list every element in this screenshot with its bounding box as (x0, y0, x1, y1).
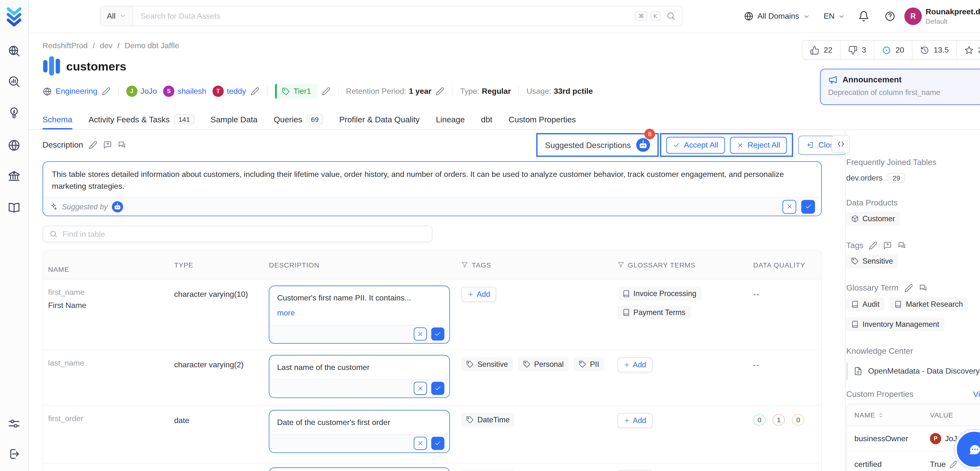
sort-icon[interactable] (878, 411, 885, 418)
domain-link[interactable]: Engineering (56, 87, 97, 95)
search-shortcuts: ⌘ K (635, 6, 682, 26)
tag-chip[interactable]: Sensitive (846, 255, 898, 268)
tag-chip[interactable]: Sensitive (461, 357, 513, 371)
observability-icon[interactable] (8, 75, 21, 88)
glossary-term-chip[interactable]: Inventory Management (846, 317, 944, 331)
tag-comments-icon[interactable] (898, 241, 907, 250)
data-quality-badges[interactable]: 0 1 0 (753, 414, 821, 425)
edit-glossary-icon[interactable] (904, 283, 913, 292)
tag-chip[interactable]: Personal (518, 357, 569, 371)
breadcrumb-service[interactable]: RedshiftProd (42, 41, 88, 50)
accept-suggestion-button[interactable] (431, 327, 445, 341)
tab-queries[interactable]: Queries69 (274, 110, 323, 129)
upvote-button[interactable]: 22 (802, 41, 840, 59)
language-selector[interactable]: EN (824, 0, 845, 32)
add-tag-button[interactable]: Add (461, 287, 496, 302)
edit-description-icon[interactable] (89, 140, 97, 149)
knowledge-article-item[interactable]: OpenMetadata - Data Discovery (846, 363, 980, 380)
find-in-table-input[interactable]: Find in table (42, 226, 432, 242)
filter-icon[interactable] (461, 261, 468, 268)
suggestion-text: Last name of the customer (270, 355, 450, 373)
tab-activity-feeds[interactable]: Activity Feeds & Tasks141 (89, 110, 194, 129)
accept-suggestion-button[interactable] (431, 382, 445, 395)
star-button[interactable]: 24 (957, 41, 980, 59)
breadcrumb-database[interactable]: dev (100, 41, 113, 50)
glossary-term-chip[interactable]: Audit (846, 298, 885, 311)
tab-sample-data[interactable]: Sample Data (211, 110, 258, 129)
edit-owners-icon[interactable] (250, 87, 259, 95)
openmetadata-logo-icon[interactable] (6, 7, 22, 27)
breadcrumb: RedshiftProd / dev / Demo dbt Jaffle (42, 41, 179, 50)
reject-suggestion-button[interactable] (414, 437, 427, 450)
search-icon[interactable] (666, 11, 676, 21)
downvote-button[interactable]: 3 (841, 41, 874, 59)
tab-profiler[interactable]: Profiler & Data Quality (339, 110, 420, 129)
domains-selector[interactable]: All Domains (744, 0, 810, 32)
custom-properties-heading-row: Custom Properties Vi (846, 389, 980, 399)
tab-custom-properties[interactable]: Custom Properties (509, 110, 576, 129)
glossary-term-chip[interactable]: Payment Terms (617, 306, 690, 319)
domains-icon[interactable] (8, 139, 21, 152)
filter-icon[interactable] (617, 261, 624, 268)
explore-icon[interactable] (8, 45, 21, 57)
user-menu[interactable]: R Rounakpreet.d Default (904, 0, 980, 32)
quality-score: 20 (896, 46, 904, 54)
tab-schema[interactable]: Schema (42, 110, 72, 129)
freshness-button[interactable]: 13.5 (912, 41, 957, 59)
edit-retention-icon[interactable] (436, 87, 444, 95)
data-product-chip[interactable]: Customer (846, 212, 900, 226)
logout-icon[interactable] (8, 447, 21, 461)
owner-link[interactable]: JoJo (140, 87, 157, 95)
suggested-descriptions-box[interactable]: Suggested Descriptions 8 (536, 133, 659, 157)
help-button[interactable] (884, 0, 896, 32)
history-clock-icon (920, 45, 929, 55)
glossary-heading: Glossary Term (846, 283, 899, 293)
quality-score-button[interactable]: 20 (874, 41, 912, 59)
owner-link[interactable]: teddy (227, 87, 246, 95)
learn-icon[interactable] (8, 201, 21, 214)
add-glossary-term-button[interactable]: Add (617, 413, 652, 428)
tag-chip[interactable]: DateTime (461, 470, 515, 471)
add-glossary-term-button[interactable]: Add (617, 357, 652, 372)
more-link[interactable]: more (270, 307, 450, 319)
accept-suggestion-button[interactable] (801, 200, 815, 213)
reject-suggestion-button[interactable] (414, 327, 427, 341)
accept-all-button[interactable]: Accept All (667, 137, 725, 154)
cp-owner-avatar: P (930, 433, 941, 444)
col-header-data-quality: DATA QUALITY (753, 261, 805, 269)
tag-chip[interactable]: DateTime (461, 413, 515, 427)
notifications-button[interactable] (858, 0, 869, 32)
owner-link[interactable]: shailesh (178, 87, 206, 95)
search-input[interactable]: Search for Data Assets (133, 6, 635, 26)
settings-icon[interactable] (8, 417, 21, 431)
comments-icon[interactable] (118, 140, 126, 149)
glossary-comments-icon[interactable] (918, 283, 927, 292)
edit-tier-icon[interactable] (321, 87, 330, 95)
reject-all-button[interactable]: Reject All (730, 137, 787, 154)
joined-table-item[interactable]: dev.orders 29 (846, 173, 905, 183)
search-scope-dropdown[interactable]: All (100, 6, 133, 26)
glossary-term-chip[interactable]: Market Research (889, 298, 968, 311)
insights-icon[interactable] (8, 106, 21, 119)
tag-chip[interactable]: PII (574, 357, 604, 371)
tab-lineage[interactable]: Lineage (436, 110, 465, 129)
accept-suggestion-button[interactable] (431, 437, 445, 450)
request-tags-icon[interactable] (883, 241, 892, 250)
global-search-bar[interactable]: All Search for Data Assets ⌘ K (100, 6, 682, 26)
edit-value-icon[interactable] (950, 460, 958, 468)
edit-tags-icon[interactable] (869, 241, 878, 250)
reject-suggestion-button[interactable] (414, 382, 427, 395)
breadcrumb-schema[interactable]: Demo dbt Jaffle (124, 41, 179, 50)
request-description-icon[interactable] (103, 140, 112, 149)
tab-dbt[interactable]: dbt (481, 110, 492, 129)
collapse-panel-button[interactable] (831, 135, 850, 153)
add-glossary-term-button[interactable]: Add (617, 470, 652, 471)
govern-icon[interactable] (8, 169, 21, 183)
k-key: K (651, 11, 660, 21)
announcement-card[interactable]: Announcement Deprecation of column first… (820, 69, 980, 105)
joined-table-link[interactable]: dev.orders (846, 174, 883, 183)
reject-suggestion-button[interactable] (783, 200, 796, 213)
edit-domain-icon[interactable] (102, 87, 110, 95)
glossary-term-chip[interactable]: Invoice Processing (617, 287, 701, 301)
view-all-link[interactable]: Vi (973, 390, 980, 398)
